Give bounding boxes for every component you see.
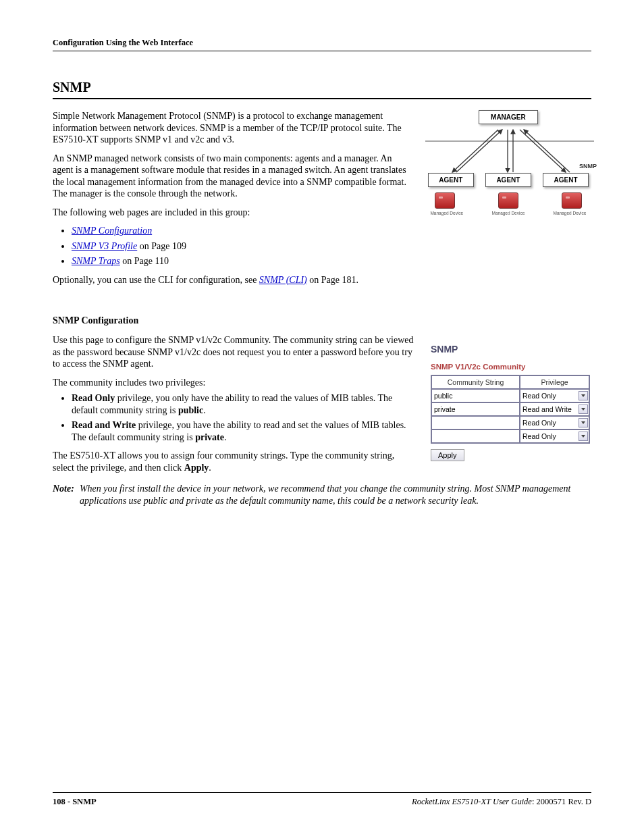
apply-button[interactable]: Apply xyxy=(431,449,464,461)
column-header-community-string: Community String xyxy=(431,375,520,389)
conf-paragraph-1: Use this page to configure the SNMP v1/v… xyxy=(53,334,417,370)
diagram-device-icon xyxy=(562,192,582,209)
section-title: SNMP xyxy=(53,80,591,99)
column-header-privilege: Privilege xyxy=(520,375,589,389)
community-table: Community String Privilege Read Only Rea… xyxy=(431,375,590,444)
svg-line-6 xyxy=(524,130,570,172)
intro-paragraph-1: Simple Network Management Protocol (SNMP… xyxy=(53,110,412,146)
list-item: SNMP Traps on Page 110 xyxy=(72,255,412,267)
intro-paragraph-3: The following web pages are included in … xyxy=(53,207,412,219)
chevron-down-icon xyxy=(579,418,588,427)
table-row: Read Only xyxy=(431,429,589,443)
privilege-select[interactable]: Read Only xyxy=(520,391,589,400)
table-row: Read Only xyxy=(431,416,589,429)
note-body: When you first install the device in you… xyxy=(80,483,591,506)
link-snmp-traps[interactable]: SNMP Traps xyxy=(72,256,120,266)
header-text: Configuration Using the Web Interface xyxy=(53,38,193,47)
panel-subtitle: SNMP V1/V2c Community xyxy=(431,363,590,371)
svg-line-5 xyxy=(520,130,566,172)
footer-right: RocketLinx ES7510-XT User Guide: 2000571… xyxy=(412,797,591,807)
privilege-select[interactable]: Read Only xyxy=(520,432,589,441)
list-item: Read Only privilege, you only have the a… xyxy=(72,392,417,416)
chevron-down-icon xyxy=(579,405,588,414)
intro-paragraph-2: An SNMP managed network consists of two … xyxy=(53,153,412,200)
note: Note: When you first install the device … xyxy=(53,483,591,506)
diagram-device-label: Managed Device xyxy=(427,211,467,215)
link-snmp-cli[interactable]: SNMP (CLI) xyxy=(259,275,307,285)
list-item: SNMP Configuration xyxy=(72,225,412,237)
snmp-architecture-diagram: MANAGER SNMP AGENT AGENT AGENT xyxy=(425,110,591,215)
diagram-device-icon xyxy=(498,192,518,209)
svg-line-1 xyxy=(452,130,498,172)
list-item: Read and Write privilege, you have the a… xyxy=(72,419,417,443)
link-snmp-v3-profile[interactable]: SNMP V3 Profile xyxy=(72,241,137,251)
community-string-input[interactable] xyxy=(432,432,519,441)
snmp-configuration-heading: SNMP Configuration xyxy=(53,315,591,326)
community-string-input[interactable] xyxy=(432,418,519,427)
svg-line-2 xyxy=(456,130,502,172)
table-row: Read Only xyxy=(431,389,589,402)
diagram-agent-box: AGENT xyxy=(543,173,589,187)
note-label: Note: xyxy=(53,483,74,506)
diagram-device-icon xyxy=(435,192,455,209)
diagram-device-label: Managed Device xyxy=(488,211,529,215)
page-links-list: SNMP Configuration SNMP V3 Profile on Pa… xyxy=(53,225,412,267)
table-row: Read and Write xyxy=(431,402,589,416)
privilege-list: Read Only privilege, you only have the a… xyxy=(53,392,417,443)
cli-paragraph: Optionally, you can use the CLI for conf… xyxy=(53,274,412,286)
diagram-agent-box: AGENT xyxy=(485,173,531,187)
diagram-agent-box: AGENT xyxy=(428,173,474,187)
conf-paragraph-3: The ES7510-XT allows you to assign four … xyxy=(53,450,417,473)
chevron-down-icon xyxy=(579,432,588,441)
diagram-device-label: Managed Device xyxy=(549,211,590,215)
chevron-down-icon xyxy=(579,391,588,400)
diagram-snmp-label: SNMP xyxy=(579,163,597,170)
snmp-community-panel: SNMP SNMP V1/V2c Community Community Str… xyxy=(431,344,590,461)
privilege-select[interactable]: Read Only xyxy=(520,418,589,427)
privilege-select[interactable]: Read and Write xyxy=(520,405,589,414)
community-string-input[interactable] xyxy=(432,391,519,400)
diagram-manager-box: MANAGER xyxy=(479,110,538,124)
panel-title: SNMP xyxy=(431,344,590,355)
link-snmp-configuration[interactable]: SNMP Configuration xyxy=(72,226,152,236)
community-string-input[interactable] xyxy=(432,405,519,414)
page-footer: 108 - SNMP RocketLinx ES7510-XT User Gui… xyxy=(53,792,591,807)
page-header: Configuration Using the Web Interface xyxy=(53,37,591,51)
conf-paragraph-2: The community includes two privileges: xyxy=(53,377,417,389)
footer-left: 108 - SNMP xyxy=(53,797,97,807)
list-item: SNMP V3 Profile on Page 109 xyxy=(72,240,412,253)
